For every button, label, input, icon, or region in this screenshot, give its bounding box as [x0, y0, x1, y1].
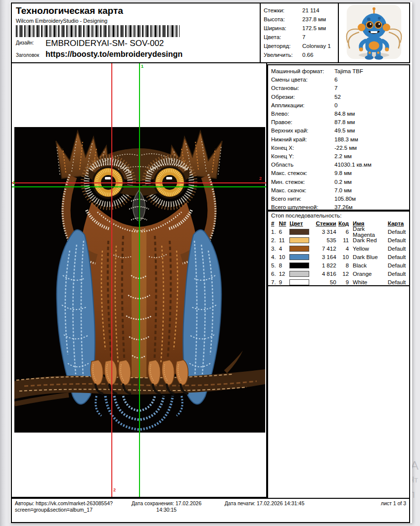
cell-needle: 4 — [279, 246, 290, 252]
cell-name: Orange — [349, 271, 387, 277]
footer-print-date: Дата печати: 17.02.2026 14:31:45 — [225, 500, 304, 506]
table-row: 7.9509WhiteDefault — [268, 278, 409, 286]
cell-needle: 11 — [279, 237, 290, 243]
info-label: Мин. стежок: — [271, 178, 334, 186]
cell-code: 6 — [336, 229, 349, 235]
info-label: Нижний край: — [271, 135, 334, 144]
footer-authors: Авторы: https://vk.com/market-26308554?s… — [15, 500, 114, 513]
info-row: Всего нити:105.80м — [271, 195, 409, 203]
info-value: 0.2 мм — [334, 178, 352, 186]
info-label: Влево: — [271, 110, 334, 118]
summary-value: 237.8 мм — [302, 15, 326, 24]
stop-sequence-box: Стоп последовательность: # N# Цвет Стежк… — [267, 211, 410, 286]
cell-code: 10 — [336, 254, 349, 260]
summary-value: 7 — [302, 33, 305, 42]
saved-date-line: Дата сохранения: 17.02.2026 — [113, 500, 220, 507]
cell-needle: 9 — [279, 279, 290, 285]
color-swatch — [289, 254, 309, 260]
summary-row: Стежки:21 114 — [264, 6, 338, 15]
info-row: Машинный формат:Tajima TBF — [271, 67, 409, 76]
info-label: Обрезки: — [271, 93, 334, 101]
info-value: 105.80м — [334, 195, 356, 203]
cell-needle: 6 — [279, 229, 290, 235]
info-row: Влево:84.8 мм — [271, 110, 409, 118]
info-value: Tajima TBF — [334, 67, 363, 76]
col-header-index: # — [271, 220, 279, 226]
cell-index: 6. — [271, 271, 279, 277]
color-swatch — [289, 246, 309, 252]
cell-code: 11 — [336, 237, 349, 243]
col-header-stitches: Стежки — [311, 220, 336, 226]
col-header-needle: N# — [279, 220, 290, 226]
info-label: Конец Y: — [271, 152, 334, 161]
cell-map: Default — [387, 229, 409, 235]
cell-stitches: 3 314 — [311, 229, 336, 235]
summary-value: 0.66 — [302, 50, 313, 59]
info-label: Аппликации: — [271, 101, 334, 110]
barcode — [16, 25, 180, 37]
cell-map: Default — [387, 279, 409, 285]
info-label: Область — [271, 161, 334, 169]
cell-stitches: 4 816 — [311, 271, 336, 277]
cell-name: White — [349, 279, 387, 285]
footer-sheet-number: лист 1 of 3 — [381, 500, 406, 506]
info-row: Конец Y:2.2 мм — [271, 152, 409, 161]
summary-row: Высота:237.8 мм — [264, 15, 338, 24]
cell-stitches: 3 164 — [311, 254, 336, 260]
screen: А Чт 'П Технологическая карта Wilcom Emb… — [0, 0, 420, 526]
design-name: EMBROIDERYAI-SM- SOV-002 — [46, 39, 164, 48]
page-title: Технологическая карта — [16, 5, 123, 16]
hoop-guide-vertical-red — [111, 63, 112, 497]
info-value: 9.8 мм — [334, 169, 352, 177]
table-row: 4.103 16410Dark BlueDefault — [268, 253, 409, 261]
info-value: 52 — [334, 93, 341, 101]
info-value: -22.5 мм — [334, 144, 357, 152]
table-row: 2.1153511Dark RedDefault — [268, 236, 409, 244]
guide-label-bottom: 2 — [113, 487, 116, 492]
cell-stitches: 535 — [311, 237, 336, 243]
cell-needle: 8 — [279, 263, 290, 268]
cell-index: 4. — [271, 254, 279, 260]
info-value: 0 — [334, 101, 337, 110]
footer: Авторы: https://vk.com/market-26308554?s… — [11, 498, 410, 523]
summary-value: 21 114 — [302, 6, 319, 15]
cell-map: Default — [387, 271, 409, 277]
color-swatch — [289, 229, 309, 235]
table-row: 1.63 3146Dark MagentaDefault — [268, 227, 409, 236]
info-value: 7 — [334, 84, 337, 92]
info-label: Смены цвета: — [271, 76, 334, 84]
info-label: Верхних край: — [271, 127, 334, 135]
info-value: 2.2 мм — [334, 152, 352, 161]
table-row: 5.81 8228BlackDefault — [268, 261, 409, 269]
info-value: 87.8 мм — [334, 118, 355, 127]
cell-needle: 12 — [279, 271, 290, 277]
color-swatch — [289, 237, 309, 243]
design-canvas: 1 1 2 2 — [11, 62, 267, 498]
summary-label: Цвета: — [264, 33, 302, 42]
info-row: Обрезки:52 — [271, 93, 409, 101]
cell-stitches: 50 — [311, 279, 336, 285]
cell-map: Default — [387, 263, 409, 268]
guide-label-top: 1 — [141, 64, 143, 69]
saved-time-line: 14:30:15 — [113, 507, 220, 513]
info-value: 7.0 мм — [334, 186, 352, 195]
caption-label: Заголовок — [16, 52, 39, 58]
cell-code: 4 — [336, 246, 349, 252]
summary-row: Ширина:172.5 мм — [264, 24, 338, 33]
info-label: Макс. скачок: — [271, 186, 334, 195]
cell-name: Dark Blue — [349, 254, 387, 260]
cell-stitches: 1 822 — [311, 263, 336, 268]
caption-url: https://boosty.to/embroiderydesingn — [46, 50, 183, 59]
info-row: Макс. стежок:9.8 мм — [271, 169, 409, 177]
info-row: Область41030.1 кв.мм — [271, 161, 409, 169]
summary-value: Colorway 1 — [302, 42, 331, 50]
cell-code: 12 — [336, 271, 349, 277]
table-row: 3.47 4124YellowDefault — [268, 244, 409, 253]
cell-index: 7. — [271, 279, 279, 285]
cell-code: 9 — [336, 279, 349, 285]
info-value: 188.3 мм — [334, 135, 358, 144]
guide-label-right: 2 — [259, 176, 262, 181]
cell-index: 3. — [271, 246, 279, 252]
cell-name: Dark Red — [349, 237, 387, 243]
right-empty-region — [267, 286, 410, 498]
